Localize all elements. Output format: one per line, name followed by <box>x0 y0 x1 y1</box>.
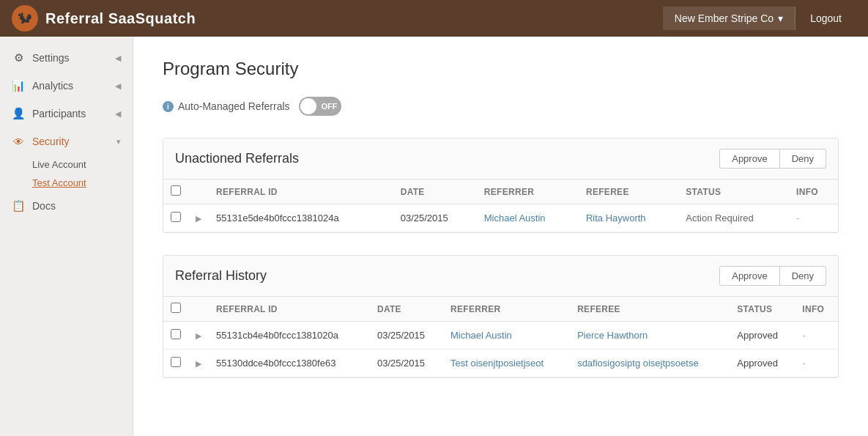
participants-arrow: ◀ <box>115 109 121 119</box>
status: Approved <box>730 322 795 350</box>
history-btn-group: Approve Deny <box>719 266 826 286</box>
history-header: Referral History Approve Deny <box>163 256 838 297</box>
unactioned-header: Unactioned Referrals Approve Deny <box>163 138 838 180</box>
unactioned-section: Unactioned Referrals Approve Deny REFERR… <box>163 138 839 233</box>
expand-arrow[interactable]: ▶ <box>196 331 201 340</box>
settings-arrow: ◀ <box>115 53 121 63</box>
history-table: REFERRAL ID DATE REFERRER REFEREE STATUS… <box>163 297 838 377</box>
referral-id: 55130ddce4b0fccc1380fe63 <box>209 350 370 377</box>
sidebar-item-settings[interactable]: ⚙ Settings ◀ <box>0 44 133 72</box>
unactioned-row-checkbox-0[interactable] <box>171 212 181 222</box>
status: Action Required <box>678 204 789 232</box>
main-content: Program Security i Auto-Managed Referral… <box>133 37 868 436</box>
referral-id: 55131e5de4b0fccc1381024a <box>209 204 393 232</box>
table-row: ▶ 55131cb4e4b0fccc1381020a 03/25/2015 Mi… <box>163 322 838 350</box>
referrer-link[interactable]: Michael Austin <box>484 213 546 223</box>
sidebar-item-participants-label: Participants <box>32 108 86 119</box>
sidebar-item-analytics-label: Analytics <box>32 80 73 92</box>
sidebar-sub-test-account[interactable]: Test Account <box>32 174 133 192</box>
expand-arrow[interactable]: ▶ <box>196 214 201 223</box>
history-col-info: INFO <box>795 297 838 322</box>
toggle-row: i Auto-Managed Referrals OFF <box>163 97 839 116</box>
unactioned-approve-button[interactable]: Approve <box>719 149 779 169</box>
table-row: ▶ 55130ddce4b0fccc1380fe63 03/25/2015 Te… <box>163 350 838 377</box>
sidebar-item-security[interactable]: 👁 Security ▾ <box>0 128 133 155</box>
sidebar-item-analytics[interactable]: 📊 Analytics ◀ <box>0 72 133 100</box>
unactioned-col-expand <box>188 180 209 204</box>
history-row-checkbox-1[interactable] <box>171 357 181 367</box>
page-title: Program Security <box>163 59 839 79</box>
app-header: 🐿 Referral SaaSquatch New Ember Stripe C… <box>0 0 868 37</box>
sidebar-item-security-label: Security <box>32 136 70 147</box>
unactioned-col-status: STATUS <box>678 180 789 204</box>
referee-link[interactable]: Rita Hayworth <box>586 213 646 223</box>
toggle-state: OFF <box>322 102 338 111</box>
date: 03/25/2015 <box>370 350 443 377</box>
toggle-knob <box>300 98 316 114</box>
tenant-selector[interactable]: New Ember Stripe Co ▾ <box>663 7 795 30</box>
unactioned-deny-button[interactable]: Deny <box>780 149 826 169</box>
app-layout: ⚙ Settings ◀ 📊 Analytics ◀ 👤 Participant… <box>0 37 868 436</box>
unactioned-col-referrer: REFERRER <box>477 180 579 204</box>
unactioned-col-referral-id: REFERRAL ID <box>209 180 393 204</box>
history-approve-button[interactable]: Approve <box>719 266 779 286</box>
table-row: ▶ 55131e5de4b0fccc1381024a 03/25/2015 Mi… <box>163 204 838 232</box>
sidebar-item-docs-label: Docs <box>32 200 56 212</box>
expand-arrow[interactable]: ▶ <box>196 359 201 368</box>
sidebar-item-docs[interactable]: 📋 Docs <box>0 192 133 220</box>
history-col-referral-id: REFERRAL ID <box>209 297 370 322</box>
referee: Pierce Hawthorn <box>570 322 730 350</box>
logout-button[interactable]: Logout <box>795 7 856 30</box>
toggle-label: i Auto-Managed Referrals <box>163 100 290 112</box>
referrer: Michael Austin <box>443 322 570 350</box>
sidebar-item-settings-label: Settings <box>32 52 70 64</box>
unactioned-col-date: DATE <box>393 180 477 204</box>
unactioned-col-info: INFO <box>789 180 838 204</box>
date: 03/25/2015 <box>393 204 477 232</box>
history-col-status: STATUS <box>730 297 795 322</box>
status: Approved <box>730 350 795 377</box>
unactioned-select-all[interactable] <box>171 185 181 196</box>
docs-icon: 📋 <box>12 199 25 213</box>
sidebar-item-participants[interactable]: 👤 Participants ◀ <box>0 100 133 128</box>
history-deny-button[interactable]: Deny <box>780 266 826 286</box>
referrer-link[interactable]: Test oisenjtposietjseot <box>450 358 544 369</box>
history-col-referee: REFEREE <box>570 297 730 322</box>
history-col-referrer: REFERRER <box>443 297 570 322</box>
info-icon: i <box>163 101 174 112</box>
security-icon: 👁 <box>12 135 25 148</box>
unactioned-btn-group: Approve Deny <box>719 149 826 169</box>
header-right: New Ember Stripe Co ▾ Logout <box>663 7 856 30</box>
referrer-link[interactable]: Michael Austin <box>450 330 512 341</box>
app-title: Referral SaaSquatch <box>45 10 196 27</box>
referee-link[interactable]: sdafiosigosiptg oisejtpsoetse <box>577 358 699 369</box>
referee-link[interactable]: Pierce Hawthorn <box>577 330 648 341</box>
security-arrow: ▾ <box>116 137 121 147</box>
history-section: Referral History Approve Deny REFERRAL I… <box>163 255 839 378</box>
tenant-name: New Ember Stripe Co <box>675 12 774 24</box>
sidebar-sub-live-account[interactable]: Live Account <box>32 155 133 174</box>
auto-managed-toggle[interactable]: OFF <box>299 97 341 116</box>
analytics-arrow: ◀ <box>115 81 121 91</box>
referrer: Michael Austin <box>477 204 579 232</box>
settings-icon: ⚙ <box>12 51 25 64</box>
history-col-expand <box>188 297 209 322</box>
history-col-date: DATE <box>370 297 443 322</box>
analytics-icon: 📊 <box>12 79 25 92</box>
sidebar: ⚙ Settings ◀ 📊 Analytics ◀ 👤 Participant… <box>0 37 133 436</box>
history-select-all[interactable] <box>171 303 181 313</box>
unactioned-table: REFERRAL ID DATE REFERRER REFEREE STATUS… <box>163 180 838 232</box>
unactioned-col-referee: REFEREE <box>579 180 678 204</box>
referral-id: 55131cb4e4b0fccc1381020a <box>209 322 370 350</box>
history-row-checkbox-0[interactable] <box>171 329 181 339</box>
security-submenu: Live Account Test Account <box>0 155 133 192</box>
header-left: 🐿 Referral SaaSquatch <box>12 5 196 32</box>
toggle-text: Auto-Managed Referrals <box>178 100 290 112</box>
info: - <box>795 322 838 350</box>
unactioned-title: Unactioned Referrals <box>175 151 299 166</box>
date: 03/25/2015 <box>370 322 443 350</box>
info: - <box>789 204 838 232</box>
logo-icon: 🐿 <box>12 5 38 32</box>
referee: sdafiosigosiptg oisejtpsoetse <box>570 350 730 377</box>
info: - <box>795 350 838 377</box>
